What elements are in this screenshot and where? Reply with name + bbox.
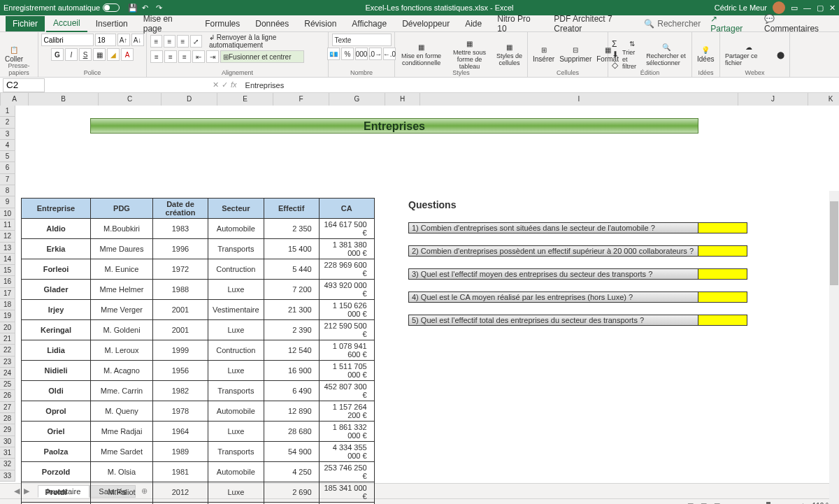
tab-revision[interactable]: Révision [297, 16, 343, 31]
row-header-31[interactable]: 31 [0, 447, 15, 459]
row-header-11[interactable]: 11 [0, 219, 15, 231]
table-cell[interactable]: 493 920 000 € [319, 280, 374, 300]
dec-decimal-icon[interactable]: ←.0 [383, 48, 396, 60]
table-cell[interactable]: Aldio [22, 219, 91, 239]
table-cell[interactable]: Mme Sardet [91, 442, 153, 462]
font-name-input[interactable] [41, 34, 94, 46]
table-cell[interactable]: Transports [208, 442, 264, 462]
table-cell[interactable]: 28 680 [264, 422, 319, 442]
border-icon[interactable]: ▦ [93, 48, 106, 61]
thousand-sep-icon[interactable]: 000 [355, 48, 368, 60]
row-header-14[interactable]: 14 [0, 254, 15, 265]
table-cell[interactable]: Transports [208, 381, 264, 401]
question-answer-cell[interactable] [698, 222, 747, 233]
table-cell[interactable]: M. Queny [91, 401, 153, 422]
row-header-20[interactable]: 20 [0, 322, 15, 333]
col-header-B[interactable]: B [29, 93, 99, 106]
currency-icon[interactable]: 💶 [327, 48, 340, 60]
row-header-5[interactable]: 5 [0, 151, 15, 162]
align-right-icon[interactable]: ≡ [178, 50, 191, 63]
table-cell[interactable]: M. Goldeni [91, 320, 153, 340]
number-format-dropdown[interactable]: Texte [332, 34, 392, 46]
table-cell[interactable]: Luxe [208, 320, 264, 340]
table-cell[interactable]: 1 078 941 600 € [319, 340, 374, 361]
table-cell[interactable]: Porzold [22, 462, 91, 482]
table-cell[interactable]: 1982 [153, 381, 208, 401]
tab-accueil[interactable]: Accueil [46, 15, 87, 32]
question-text[interactable]: 3) Quel est l'effectif moyen des entrepr… [408, 268, 698, 280]
table-cell[interactable]: Erkia [22, 239, 91, 259]
table-row[interactable]: ForleoiM. Eunice1972Contruction5 440228 … [22, 259, 375, 280]
question-answer-cell[interactable] [698, 245, 747, 257]
find-select-button[interactable]: 🔍 Rechercher et sélectionner [645, 42, 688, 68]
col-header-C[interactable]: C [99, 93, 162, 106]
fill-icon[interactable]: ⬇ [612, 50, 619, 59]
row-header-24[interactable]: 24 [0, 368, 15, 379]
delete-button[interactable]: ⊟ Supprimer [558, 45, 593, 64]
table-cell[interactable]: 1 861 332 000 € [319, 422, 374, 442]
merge-center-button[interactable]: ⊞ Fusionner et centrer [220, 50, 304, 63]
table-header[interactable]: PDG [91, 199, 153, 219]
row-header-23[interactable]: 23 [0, 357, 15, 368]
prev-sheet-icon[interactable]: ◀ [14, 487, 20, 496]
table-cell[interactable]: M. Leroux [91, 340, 153, 361]
table-row[interactable]: PaolzaMme Sardet1989Transports54 9004 33… [22, 442, 375, 462]
table-row[interactable]: NidieliM. Acagno1956Luxe16 9001 511 705 … [22, 361, 375, 381]
table-row[interactable]: ErkiaMme Daures1996Transports15 4001 381… [22, 239, 375, 259]
table-cell[interactable]: 2 350 [264, 219, 319, 239]
percent-icon[interactable]: % [341, 48, 354, 60]
table-cell[interactable]: Oldi [22, 381, 91, 401]
ideas-button[interactable]: 💡Idées [696, 45, 715, 64]
table-cell[interactable]: 4 250 [264, 462, 319, 482]
table-row[interactable]: AldioM.Boubkiri1983Automobile2 350164 61… [22, 219, 375, 239]
table-cell[interactable]: Paolza [22, 442, 91, 462]
table-cell[interactable]: Luxe [208, 361, 264, 381]
row-header-16[interactable]: 16 [0, 276, 15, 287]
table-cell[interactable]: Mme Helmer [91, 280, 153, 300]
table-header[interactable]: Date de création [153, 199, 208, 219]
row-header-12[interactable]: 12 [0, 231, 15, 242]
row-header-8[interactable]: 8 [0, 185, 15, 196]
table-row[interactable]: KeringalM. Goldeni2001Luxe2 390212 590 5… [22, 320, 375, 340]
table-cell[interactable]: 1989 [153, 442, 208, 462]
col-header-H[interactable]: H [385, 93, 420, 106]
sort-filter-button[interactable]: ⇅ Trier et filtrer [621, 38, 643, 71]
row-header-21[interactable]: 21 [0, 333, 15, 345]
toggle-icon[interactable] [103, 3, 120, 12]
question-answer-cell[interactable] [698, 291, 747, 303]
table-cell[interactable]: 2 390 [264, 320, 319, 340]
table-cell[interactable]: 1978 [153, 401, 208, 422]
table-cell[interactable]: M.Faliot [91, 482, 153, 503]
row-header-32[interactable]: 32 [0, 459, 15, 470]
col-header-E[interactable]: E [217, 93, 273, 106]
increase-font-icon[interactable]: A↑ [117, 34, 130, 46]
table-cell[interactable]: 253 746 250 € [319, 462, 374, 482]
row-header-7[interactable]: 7 [0, 174, 15, 185]
table-cell[interactable]: 1 157 264 200 € [319, 401, 374, 422]
table-cell[interactable]: Mme. Carrin [91, 381, 153, 401]
cancel-formula-icon[interactable]: ✕ [213, 80, 219, 89]
font-color-icon[interactable]: A [121, 48, 134, 61]
table-header[interactable]: Secteur [208, 199, 264, 219]
table-row[interactable]: GladerMme Helmer1988Luxe7 200493 920 000… [22, 280, 375, 300]
table-cell[interactable]: 15 400 [264, 239, 319, 259]
row-header-9[interactable]: 9 [0, 196, 15, 208]
insert-button[interactable]: ⊞ Insérer [531, 45, 556, 64]
share-file-button[interactable]: ☁Partager ce fichier [724, 42, 773, 68]
table-cell[interactable]: 1996 [153, 239, 208, 259]
orientation-icon[interactable]: ⤢ [190, 35, 202, 48]
table-cell[interactable]: Mme Verger [91, 300, 153, 320]
indent-inc-icon[interactable]: ⇥ [206, 50, 219, 63]
table-cell[interactable]: M. Acagno [91, 361, 153, 381]
tab-donnees[interactable]: Données [248, 16, 296, 31]
table-cell[interactable]: 228 969 600 € [319, 259, 374, 280]
sheet-title-cell[interactable]: Entreprises [90, 118, 698, 134]
table-cell[interactable]: Contruction [208, 340, 264, 361]
table-cell[interactable]: 21 300 [264, 300, 319, 320]
table-cell[interactable]: Oprol [22, 401, 91, 422]
align-bottom-icon[interactable]: ≡ [177, 35, 189, 48]
table-cell[interactable]: 164 617 500 € [319, 219, 374, 239]
question-text[interactable]: 4) Quel est le CA moyen réalisé par les … [408, 291, 698, 303]
table-row[interactable]: ProldiM.Faliot2012Luxe2 690185 341 000 € [22, 482, 375, 503]
row-header-33[interactable]: 33 [0, 470, 15, 482]
